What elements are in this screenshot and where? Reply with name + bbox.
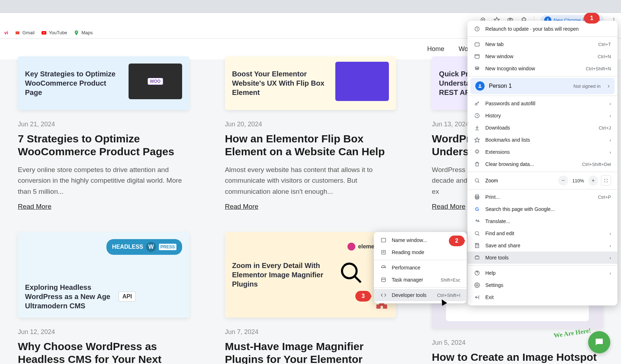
- svg-rect-32: [475, 256, 479, 259]
- blog-card: HEADLESS W PRESS Exploring Headless Word…: [18, 232, 189, 364]
- card-title[interactable]: How an Elementor Flip Box Element on a W…: [225, 132, 396, 158]
- menu-incognito[interactable]: New Incognito window Ctrl+Shift+N: [467, 62, 617, 75]
- thumb-text: Boost Your Elementor Website's UX With F…: [232, 69, 326, 97]
- bookmark-gmail[interactable]: Gmail: [15, 30, 35, 36]
- chevron-right-icon: ›: [610, 255, 611, 261]
- menu-new-tab[interactable]: New tab Ctrl+T: [467, 38, 617, 50]
- card-title[interactable]: Must-Have Image Magnifier Plugins for Yo…: [225, 340, 396, 364]
- svg-point-22: [479, 84, 481, 86]
- card-title[interactable]: How to Create an Image Hotspot in Elemen…: [432, 351, 603, 364]
- card-date: Jun 20, 2024: [225, 121, 396, 128]
- menu-find-edit[interactable]: Find and edit ›: [467, 227, 617, 239]
- history-icon: [474, 113, 480, 118]
- zoom-in-button[interactable]: +: [588, 176, 598, 186]
- menu-help[interactable]: Help ›: [467, 267, 617, 279]
- menu-translate[interactable]: Translate...: [467, 215, 617, 227]
- menu-save-share[interactable]: Save and share ›: [467, 239, 617, 252]
- card-thumbnail[interactable]: Key Strategies to Optimize WooCommerce P…: [18, 56, 189, 110]
- submenu-performance[interactable]: Performance: [374, 262, 467, 274]
- read-more-link[interactable]: Read More: [225, 203, 396, 211]
- menu-settings[interactable]: Settings: [467, 279, 617, 291]
- blog-card: Key Strategies to Optimize WooCommerce P…: [18, 56, 189, 211]
- chrome-menu: Relaunch to update · your tabs will reop…: [467, 21, 617, 305]
- menu-passwords[interactable]: Passwords and autofill ›: [467, 97, 617, 110]
- headless-badge: HEADLESS: [112, 244, 143, 250]
- trash-icon: [474, 161, 480, 167]
- reading-icon: [380, 249, 387, 255]
- gmail-icon: [15, 30, 20, 36]
- menu-extensions[interactable]: Extensions ›: [467, 146, 617, 158]
- menu-new-window[interactable]: New window Ctrl+N: [467, 50, 617, 62]
- thumb-text: Exploring Headless WordPress as a New Ag…: [25, 283, 111, 310]
- svg-point-25: [475, 179, 479, 182]
- bookmark-label: Maps: [81, 30, 93, 35]
- callout-2: 2: [449, 236, 465, 246]
- magnifier-icon: [339, 261, 364, 285]
- chevron-right-icon: ›: [608, 83, 610, 89]
- menu-relaunch[interactable]: Relaunch to update · your tabs will reop…: [467, 23, 617, 35]
- submenu-reading-mode[interactable]: Reading mode: [374, 246, 467, 258]
- bookmark-label: YouTube: [49, 30, 67, 35]
- api-badge: API: [119, 292, 136, 302]
- save-icon: [474, 243, 480, 248]
- search-icon: [474, 231, 480, 236]
- elementor-icon: [347, 243, 355, 251]
- zoom-out-button[interactable]: −: [558, 176, 568, 186]
- tools-icon: [474, 255, 480, 261]
- svg-line-31: [478, 234, 479, 236]
- card-thumbnail[interactable]: Zoom in Every Detail With Elementor Imag…: [225, 232, 396, 318]
- menu-more-tools[interactable]: More tools ›: [467, 252, 617, 264]
- svg-point-30: [475, 232, 479, 235]
- menu-zoom: Zoom − 110% +: [467, 173, 617, 188]
- menu-bookmarks[interactable]: Bookmarks and lists ›: [467, 134, 617, 146]
- svg-point-21: [477, 68, 479, 70]
- nav-home[interactable]: Home: [427, 45, 444, 53]
- svg-point-20: [475, 68, 477, 70]
- chevron-right-icon: ›: [610, 150, 611, 155]
- card-excerpt: Every online store competes to drive att…: [18, 165, 189, 197]
- fullscreen-button[interactable]: [601, 176, 611, 186]
- svg-rect-35: [381, 238, 386, 242]
- submenu-developer-tools[interactable]: Developer tools Ctrl+Shift+I: [374, 289, 467, 301]
- svg-line-26: [478, 182, 479, 183]
- chevron-right-icon: ›: [610, 231, 611, 236]
- svg-point-34: [476, 284, 478, 286]
- card-title[interactable]: Why Choose WordPress as Headless CMS for…: [18, 340, 189, 364]
- bookmark-youtube[interactable]: YouTube: [41, 30, 67, 36]
- zoom-value: 110%: [571, 178, 585, 183]
- menu-exit[interactable]: Exit: [467, 291, 617, 303]
- menu-clear-data[interactable]: Clear browsing data... Ctrl+Shift+Del: [467, 158, 617, 170]
- update-icon: [474, 26, 480, 32]
- print-icon: [474, 194, 480, 200]
- svg-rect-17: [475, 43, 479, 46]
- menu-profile[interactable]: Person 1 Not signed in ›: [470, 78, 615, 94]
- menu-history[interactable]: History ›: [467, 110, 617, 122]
- maps-icon: [74, 30, 79, 36]
- chevron-right-icon: ›: [610, 243, 611, 248]
- chevron-right-icon: ›: [610, 271, 611, 276]
- bookmark-label: Gmail: [22, 30, 35, 35]
- chevron-right-icon: ›: [610, 137, 611, 143]
- bookmark-vi[interactable]: vi: [4, 30, 8, 35]
- svg-rect-39: [382, 278, 386, 282]
- bookmark-maps[interactable]: Maps: [74, 30, 93, 36]
- help-icon: [474, 270, 480, 276]
- card-thumbnail[interactable]: HEADLESS W PRESS Exploring Headless Word…: [18, 232, 189, 318]
- menu-downloads[interactable]: Downloads Ctrl+J: [467, 122, 617, 134]
- download-icon: [474, 125, 480, 131]
- card-date: Jun 12, 2024: [18, 328, 189, 336]
- blog-card: Boost Your Elementor Website's UX With F…: [225, 56, 396, 211]
- svg-point-13: [76, 31, 77, 32]
- chat-button[interactable]: [588, 331, 610, 353]
- card-thumbnail[interactable]: Boost Your Elementor Website's UX With F…: [225, 56, 396, 110]
- incognito-icon: [474, 66, 480, 71]
- card-date: Jun 21, 2024: [18, 121, 189, 128]
- card-title[interactable]: 7 Strategies to Optimize WooCommerce Pro…: [18, 132, 189, 158]
- menu-print[interactable]: Print... Ctrl+P: [467, 191, 617, 203]
- thumb-text: Zoom in Every Detail With Elementor Imag…: [232, 261, 326, 289]
- read-more-link[interactable]: Read More: [18, 203, 189, 211]
- speedometer-icon: [380, 265, 387, 271]
- menu-search-page[interactable]: G Search this page with Google...: [467, 203, 617, 215]
- submenu-task-manager[interactable]: Task manager Shift+Esc: [374, 274, 467, 286]
- google-icon: G: [474, 206, 480, 212]
